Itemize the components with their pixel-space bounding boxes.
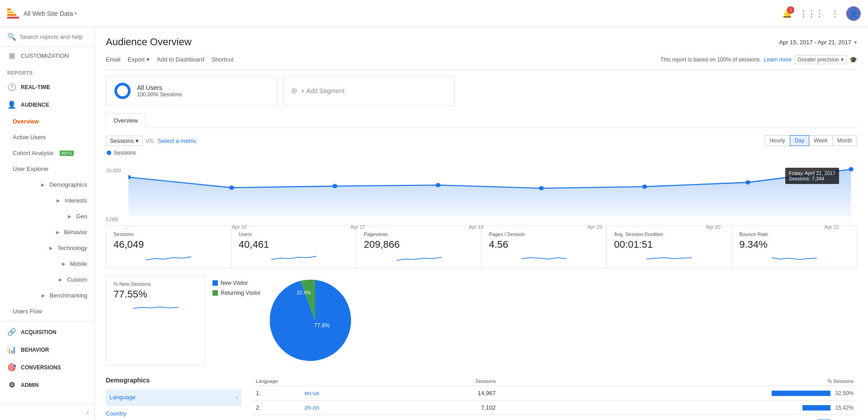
sidebar-item-behavior2[interactable]: 📊 BEHAVIOR <box>0 341 94 359</box>
sidebar-item-custom[interactable]: ▶ Custom <box>0 272 94 288</box>
sidebar-collapse-button[interactable]: ‹ <box>0 404 94 420</box>
metric-pageviews: Pageviews 209,866 <box>357 226 482 268</box>
new-sessions-label: % New Sessions <box>113 281 198 287</box>
sidebar-item-cohort-analysis[interactable]: Cohort Analysis BETA <box>0 145 94 161</box>
lang-zh-cn-link[interactable]: zh-cn <box>305 404 319 411</box>
sidebar-item-geo[interactable]: ▶ Geo <box>0 208 94 224</box>
toolbar-left: Email Export ▾ Add to Dashboard Shortcut <box>106 54 233 65</box>
pct-2: 15.42% <box>499 401 857 415</box>
metric-avg-duration-sparkline <box>614 253 724 262</box>
sidebar-item-technology[interactable]: ▶ Technology <box>0 240 94 256</box>
metric-users-sparkline <box>239 253 349 262</box>
metric-avg-duration-value: 00:01:51 <box>614 239 724 250</box>
sidebar-item-overview[interactable]: Overview <box>0 113 94 129</box>
metric-pageviews-value: 209,866 <box>364 239 474 250</box>
language-link[interactable]: Language <box>109 394 136 401</box>
pct-3: 6.98% <box>499 415 857 420</box>
logo-bar-1 <box>7 9 11 10</box>
collapse-icon: ‹ <box>87 408 89 416</box>
y-label-mid: 5,000 <box>106 217 121 222</box>
page-title: Audience Overview <box>106 36 192 48</box>
day-button[interactable]: Day <box>790 135 809 146</box>
tab-overview[interactable]: Overview <box>106 113 146 128</box>
metric-avg-duration: Avg. Session Duration 00:01:51 <box>607 226 732 268</box>
precision-select-dropdown[interactable]: Greater precision ▾ <box>794 55 847 64</box>
sidebar-item-active-users[interactable]: Active Users <box>0 129 94 145</box>
user-avatar[interactable]: 👤 <box>846 6 861 21</box>
country-link[interactable]: Country <box>106 410 127 417</box>
logo-area: All Web Site Data ▾ <box>7 9 77 19</box>
notification-button[interactable]: 🔔 1 <box>782 9 792 19</box>
benchmarking-label: Benchmarking <box>50 292 87 299</box>
logo-bar-2 <box>7 11 14 13</box>
tooltip-value: Sessions: 7,344 <box>789 176 835 181</box>
x-label-0: ... <box>124 224 128 230</box>
metrics-row: Sessions 46,049 Users 40,461 Pageviews 2… <box>106 226 857 268</box>
lang-en-us-link[interactable]: en-us <box>305 390 320 396</box>
audience-label: AUDIENCE <box>21 102 49 108</box>
sidebar-item-customization[interactable]: ⊞ CUSTOMIZATION <box>0 47 94 65</box>
search-bar: 🔍 <box>0 27 94 47</box>
add-segment-button[interactable]: ⊕ + Add Segment <box>283 76 455 106</box>
lang-en-us: en-us <box>301 386 389 401</box>
sidebar-item-conversions[interactable]: 🎯 CONVERSIONS <box>0 359 94 376</box>
metric-pageviews-name: Pageviews <box>364 231 474 237</box>
piechart-area: New Visitor Returning Visitor <box>212 275 857 366</box>
custom-label: Custom <box>67 276 87 283</box>
sidebar-item-audience[interactable]: 👤 AUDIENCE <box>0 96 94 113</box>
metric-select: Sessions ▾ VS. Select a metric <box>106 136 197 146</box>
new-visitor-legend: New Visitor <box>212 280 261 286</box>
metric-chevron-icon: ▾ <box>136 137 139 144</box>
sidebar-item-users-flow[interactable]: Users Flow <box>0 303 94 319</box>
technology-label: Technology <box>57 245 87 251</box>
logo-bar-3 <box>7 14 16 16</box>
plus-icon: ⊕ <box>291 86 297 96</box>
learn-more-link[interactable]: Learn more <box>764 57 792 63</box>
all-users-segment[interactable]: All Users 100.00% Sessions <box>106 76 278 106</box>
sidebar-item-acquisition[interactable]: 🔗 ACQUISITION <box>0 323 94 341</box>
metric-sessions-sparkline <box>113 253 224 262</box>
add-dashboard-button[interactable]: Add to Dashboard <box>157 54 204 65</box>
language-link-row[interactable]: Language › <box>106 389 241 406</box>
mobile-label: Mobile <box>70 260 87 267</box>
beta-badge: BETA <box>60 151 74 156</box>
new-visitor-pct-label: 77.6% <box>314 322 329 329</box>
metric-sessions-value: 46,049 <box>113 239 224 250</box>
precision-text: This report is based on 100% of sessions… <box>660 57 761 63</box>
hourly-button[interactable]: Hourly <box>764 135 790 146</box>
sidebar-item-admin[interactable]: ⚙ ADMIN <box>0 376 94 394</box>
sidebar-item-interests[interactable]: ▶ Interests <box>0 193 94 208</box>
rank-1: 1. <box>252 386 301 401</box>
metric-sessions: Sessions 46,049 <box>106 226 231 268</box>
behavior-expand-icon: ▶ <box>56 230 60 235</box>
sidebar-item-user-explorer[interactable]: User Explorer <box>0 161 94 177</box>
site-name-button[interactable]: All Web Site Data ▾ <box>24 10 77 17</box>
email-button[interactable]: Email <box>106 54 121 65</box>
sidebar-item-behavior[interactable]: ▶ Behavior <box>0 224 94 240</box>
month-button[interactable]: Month <box>832 135 857 146</box>
sidebar-item-mobile[interactable]: ▶ Mobile <box>0 256 94 272</box>
more-options-button[interactable]: ⋮ <box>831 9 839 19</box>
shortcut-button[interactable]: Shortcut <box>212 54 233 65</box>
language-arrow-icon: › <box>236 394 238 401</box>
table-header-row: Language Sessions % Sessions <box>252 377 857 386</box>
date-range-picker[interactable]: Apr 15, 2017 - Apr 21, 2017 ▾ <box>779 39 857 46</box>
new-sessions-sparkline <box>113 303 198 312</box>
metric-dropdown[interactable]: Sessions ▾ <box>106 136 143 146</box>
new-sessions-value: 77.55% <box>113 288 198 300</box>
apps-button[interactable]: ⋮⋮⋮ <box>799 9 824 19</box>
select-metric-link[interactable]: Select a metric <box>158 137 197 144</box>
sidebar-item-realtime[interactable]: 🕐 REAL-TIME <box>0 78 94 96</box>
x-label-1: Apr 16 <box>232 224 246 230</box>
sidebar-divider-1 <box>0 321 94 321</box>
export-chevron-icon: ▾ <box>146 56 150 63</box>
sidebar-item-benchmarking[interactable]: ▶ Benchmarking <box>0 288 94 303</box>
filter-icon[interactable]: 🎓 <box>849 56 857 63</box>
week-button[interactable]: Week <box>809 135 832 146</box>
sidebar-item-demographics[interactable]: ▶ Demographics <box>0 177 94 193</box>
table-row: 2. zh-cn 7,102 15.42% <box>252 401 857 415</box>
search-input[interactable] <box>20 33 87 40</box>
country-link-row[interactable]: Country <box>106 406 241 420</box>
returning-visitor-pct-label: 22.4% <box>297 290 311 295</box>
export-button[interactable]: Export ▾ <box>128 54 150 65</box>
